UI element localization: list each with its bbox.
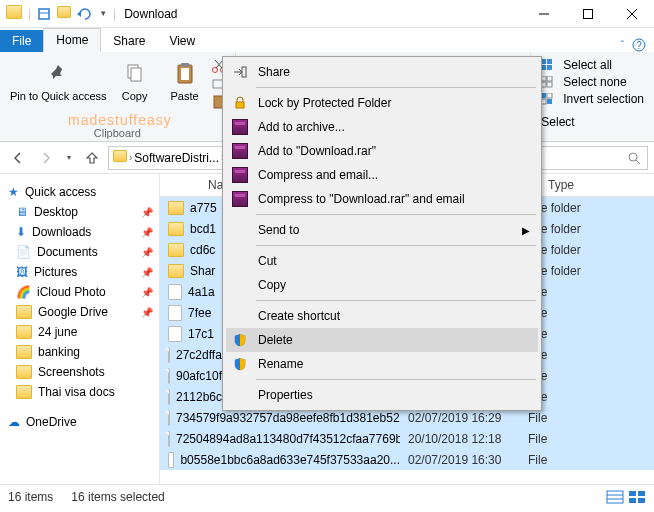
menu-add-download-rar[interactable]: Add to "Download.rar" <box>226 139 538 163</box>
maximize-button[interactable] <box>566 0 610 28</box>
nav-24-june[interactable]: 24 june <box>0 322 159 342</box>
svg-rect-22 <box>547 65 552 70</box>
help-icon[interactable]: ? <box>632 38 646 52</box>
chevron-right-icon[interactable]: › <box>129 152 132 163</box>
file-icon <box>168 326 182 342</box>
file-icon <box>168 452 174 468</box>
file-type: File <box>520 453 610 467</box>
nav-desktop[interactable]: 🖥Desktop📌 <box>0 202 159 222</box>
pin-to-quick-access-button[interactable]: Pin to Quick access <box>8 56 109 110</box>
file-icon <box>168 347 170 363</box>
file-type: File <box>520 411 610 425</box>
status-count: 16 items <box>8 490 53 504</box>
qat-undo-icon[interactable] <box>77 7 93 21</box>
nav-google-drive[interactable]: Google Drive📌 <box>0 302 159 322</box>
file-name: 7fee <box>188 306 211 320</box>
breadcrumb-segment[interactable]: SoftwareDistri... <box>134 151 219 165</box>
menu-copy[interactable]: Copy <box>226 273 538 297</box>
svg-rect-12 <box>181 63 189 67</box>
menu-share[interactable]: Share <box>226 60 538 84</box>
share-icon <box>230 62 250 82</box>
menu-delete[interactable]: Delete <box>226 328 538 352</box>
downloads-icon: ⬇ <box>16 225 26 239</box>
svg-rect-24 <box>547 76 552 81</box>
documents-icon: 📄 <box>16 245 31 259</box>
svg-rect-37 <box>638 491 645 496</box>
nav-history-dropdown[interactable]: ▾ <box>62 146 76 170</box>
file-icon <box>168 368 170 384</box>
tab-view[interactable]: View <box>157 30 207 52</box>
qat-dropdown-icon[interactable]: ▼ <box>99 9 107 18</box>
shield-icon <box>230 330 250 350</box>
tab-home[interactable]: Home <box>43 28 101 52</box>
clipboard-group-label: Clipboard <box>8 127 227 139</box>
menu-send-to[interactable]: Send to▶ <box>226 218 538 242</box>
menu-compress-email[interactable]: Compress and email... <box>226 163 538 187</box>
menu-cut[interactable]: Cut <box>226 249 538 273</box>
svg-rect-23 <box>541 76 546 81</box>
close-button[interactable] <box>610 0 654 28</box>
menu-create-shortcut[interactable]: Create shortcut <box>226 304 538 328</box>
tab-share[interactable]: Share <box>101 30 157 52</box>
file-icon <box>168 410 170 426</box>
file-name: Shar <box>190 264 215 278</box>
svg-rect-36 <box>629 491 636 496</box>
nav-screenshots[interactable]: Screenshots <box>0 362 159 382</box>
select-all-button[interactable]: Select all <box>541 58 644 72</box>
file-name: 734579f9a932757da98eefe8fb1d381eb523... <box>176 411 400 425</box>
svg-rect-26 <box>547 82 552 87</box>
file-row[interactable]: b0558e1bbc6a8ad633e745f37533aa20...02/07… <box>160 449 654 470</box>
star-icon: ★ <box>8 185 19 199</box>
file-name: 17c1 <box>188 327 214 341</box>
menu-lock-protected-folder[interactable]: Lock by Protected Folder <box>226 91 538 115</box>
select-none-button[interactable]: Select none <box>541 75 644 89</box>
invert-selection-icon <box>541 93 557 105</box>
file-name: 72504894ad8a113480d7f43512cfaa7769b5... <box>176 432 400 446</box>
rar-icon <box>230 117 250 137</box>
status-selected: 16 items selected <box>71 490 164 504</box>
qat-properties-icon[interactable] <box>37 7 51 21</box>
view-large-icon[interactable] <box>628 490 646 504</box>
menu-rename[interactable]: Rename <box>226 352 538 376</box>
nav-up-button[interactable] <box>80 146 104 170</box>
folder-icon <box>16 345 32 359</box>
minimize-button[interactable] <box>522 0 566 28</box>
copy-button[interactable]: Copy <box>111 56 159 110</box>
file-name: b0558e1bbc6a8ad633e745f37533aa20... <box>180 453 400 467</box>
qat-new-folder-icon[interactable] <box>57 6 71 21</box>
ribbon-collapse-icon[interactable]: ˆ <box>621 40 624 51</box>
file-row[interactable]: 72504894ad8a113480d7f43512cfaa7769b5...2… <box>160 428 654 449</box>
nav-pictures[interactable]: 🖼Pictures📌 <box>0 262 159 282</box>
nav-thai-visa[interactable]: Thai visa docs <box>0 382 159 402</box>
file-date: 02/07/2019 16:30 <box>400 453 520 467</box>
folder-icon <box>168 222 184 236</box>
paste-button[interactable]: Paste <box>161 56 209 110</box>
file-date: 02/07/2019 16:29 <box>400 411 520 425</box>
nav-downloads[interactable]: ⬇Downloads📌 <box>0 222 159 242</box>
menu-compress-download-email[interactable]: Compress to "Download.rar" and email <box>226 187 538 211</box>
shield-icon <box>230 354 250 374</box>
file-name: 4a1a <box>188 285 215 299</box>
menu-add-to-archive[interactable]: Add to archive... <box>226 115 538 139</box>
nav-onedrive[interactable]: ☁OneDrive <box>0 412 159 432</box>
menu-properties[interactable]: Properties <box>226 383 538 407</box>
nav-documents[interactable]: 📄Documents📌 <box>0 242 159 262</box>
nav-quick-access[interactable]: ★Quick access <box>0 182 159 202</box>
invert-selection-button[interactable]: Invert selection <box>541 92 644 106</box>
svg-rect-30 <box>547 99 552 104</box>
titlebar-divider: | <box>113 7 116 21</box>
svg-rect-38 <box>629 498 636 503</box>
svg-rect-28 <box>547 93 552 98</box>
view-details-icon[interactable] <box>606 490 624 504</box>
svg-rect-0 <box>39 9 49 19</box>
nav-back-button[interactable] <box>6 146 30 170</box>
svg-point-13 <box>212 68 217 73</box>
nav-banking[interactable]: banking <box>0 342 159 362</box>
svg-line-16 <box>215 60 222 68</box>
folder-icon <box>168 264 184 278</box>
qat-divider: | <box>28 7 31 21</box>
tab-file[interactable]: File <box>0 30 43 52</box>
nav-icloud-photo[interactable]: 🌈iCloud Photo📌 <box>0 282 159 302</box>
nav-forward-button[interactable] <box>34 146 58 170</box>
column-type[interactable]: Type <box>540 174 630 196</box>
